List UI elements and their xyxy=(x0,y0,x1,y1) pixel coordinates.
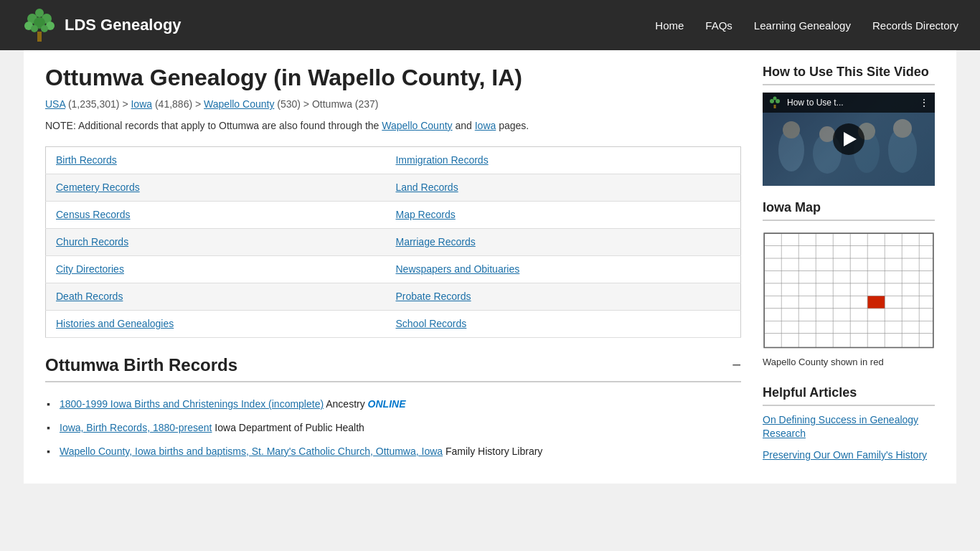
birth-records-list: 1800-1999 Iowa Births and Christenings I… xyxy=(45,392,741,463)
svg-rect-68 xyxy=(850,283,867,296)
svg-rect-24 xyxy=(781,233,798,245)
table-cell: Death Records xyxy=(46,283,386,311)
nav-records-dir[interactable]: Records Directory xyxy=(872,19,958,32)
video-thumbnail[interactable]: How to Use t... ⋮ xyxy=(763,93,935,186)
record-link-newspapers-and-obituaries[interactable]: Newspapers and Obituaries xyxy=(395,263,519,275)
svg-rect-51 xyxy=(902,258,919,270)
svg-rect-92 xyxy=(919,309,933,321)
svg-rect-89 xyxy=(867,309,885,321)
svg-rect-40 xyxy=(885,246,902,258)
record-link-death-records[interactable]: Death Records xyxy=(56,291,123,302)
list-item: 1800-1999 Iowa Births and Christenings I… xyxy=(45,392,741,416)
record-link-immigration-records[interactable]: Immigration Records xyxy=(395,154,488,166)
iowa-map-svg xyxy=(763,232,935,349)
note-wapello-link[interactable]: Wapello County xyxy=(382,120,452,131)
svg-rect-28 xyxy=(850,233,867,245)
table-cell: Birth Records xyxy=(46,147,386,174)
svg-rect-100 xyxy=(885,321,902,333)
article-link-0[interactable]: On Defining Success in Genealogy Researc… xyxy=(763,413,935,441)
iowa-map-section: Iowa Map xyxy=(763,200,935,371)
svg-rect-26 xyxy=(816,233,833,245)
svg-rect-80 xyxy=(885,296,902,308)
table-cell: Church Records xyxy=(46,229,386,256)
breadcrumb-iowa-count: (41,886) xyxy=(155,98,192,110)
page-title: Ottumwa Genealogy (in Wapello County, IA… xyxy=(45,65,741,91)
svg-rect-107 xyxy=(833,334,850,348)
svg-rect-77 xyxy=(833,296,850,308)
birth-record-link-2[interactable]: Wapello County, Iowa births and baptisms… xyxy=(60,446,443,457)
table-cell: Marriage Records xyxy=(385,229,740,256)
video-title-text: How to Use t... xyxy=(787,98,844,108)
svg-rect-42 xyxy=(919,246,933,258)
svg-rect-97 xyxy=(833,321,850,333)
record-link-probate-records[interactable]: Probate Records xyxy=(395,291,471,302)
svg-rect-47 xyxy=(833,258,850,270)
article-link-1[interactable]: Preserving Our Own Family's History xyxy=(763,448,935,463)
breadcrumb: USA (1,235,301) > Iowa (41,886) > Wapell… xyxy=(45,98,741,110)
table-cell: Land Records xyxy=(385,174,740,202)
breadcrumb-ottumwa: Ottumwa (237) xyxy=(312,98,379,110)
table-row: City DirectoriesNewspapers and Obituarie… xyxy=(46,256,741,283)
record-link-church-records[interactable]: Church Records xyxy=(56,236,128,248)
svg-rect-54 xyxy=(781,271,798,283)
svg-rect-60 xyxy=(885,271,902,283)
birth-record-link-1[interactable]: Iowa, Birth Records, 1880-present xyxy=(60,422,212,433)
logo-area[interactable]: LDS Genealogy xyxy=(22,7,182,43)
record-link-census-records[interactable]: Census Records xyxy=(56,209,131,220)
svg-rect-85 xyxy=(798,309,816,321)
svg-rect-96 xyxy=(816,321,833,333)
table-row: Death RecordsProbate Records xyxy=(46,283,741,311)
svg-rect-61 xyxy=(902,271,919,283)
svg-rect-66 xyxy=(816,283,833,296)
helpful-articles-title: Helpful Articles xyxy=(763,385,935,406)
record-link-birth-records[interactable]: Birth Records xyxy=(56,154,117,166)
svg-rect-102 xyxy=(919,321,933,333)
note-iowa-link[interactable]: Iowa xyxy=(475,120,496,131)
svg-rect-50 xyxy=(885,258,902,270)
birth-records-section: Ottumwa Birth Records − 1800-1999 Iowa B… xyxy=(45,355,741,463)
svg-rect-84 xyxy=(781,309,798,321)
svg-rect-74 xyxy=(781,296,798,308)
table-row: Birth RecordsImmigration Records xyxy=(46,147,741,174)
svg-rect-93 xyxy=(764,321,781,333)
main-content: Ottumwa Genealogy (in Wapello County, IA… xyxy=(45,65,741,469)
svg-rect-69 xyxy=(867,283,885,296)
table-row: Church RecordsMarriage Records xyxy=(46,229,741,256)
svg-point-6 xyxy=(31,25,38,32)
table-cell: School Records xyxy=(385,311,740,338)
record-link-map-records[interactable]: Map Records xyxy=(395,209,455,220)
table-row: Histories and GenealogiesSchool Records xyxy=(46,311,741,338)
record-link-land-records[interactable]: Land Records xyxy=(395,182,458,193)
breadcrumb-iowa[interactable]: Iowa xyxy=(131,98,152,110)
nav-faqs[interactable]: FAQs xyxy=(705,19,732,32)
table-cell: City Directories xyxy=(46,256,386,283)
svg-rect-111 xyxy=(902,334,919,348)
birth-records-toggle[interactable]: − xyxy=(732,356,741,375)
list-item: Wapello County, Iowa births and baptisms… xyxy=(45,440,741,463)
record-link-marriage-records[interactable]: Marriage Records xyxy=(395,236,475,248)
main-nav: Home FAQs Learning Genealogy Records Dir… xyxy=(655,19,958,32)
birth-record-link-0[interactable]: 1800-1999 Iowa Births and Christenings I… xyxy=(60,398,324,410)
breadcrumb-usa[interactable]: USA xyxy=(45,98,65,110)
svg-rect-30 xyxy=(885,233,902,245)
records-table: Birth RecordsImmigration RecordsCemetery… xyxy=(45,146,741,338)
record-link-city-directories[interactable]: City Directories xyxy=(56,263,124,275)
svg-rect-109 xyxy=(867,334,885,348)
svg-rect-75 xyxy=(798,296,816,308)
record-link-histories-and-genealogies[interactable]: Histories and Genealogies xyxy=(56,318,174,329)
breadcrumb-wapello[interactable]: Wapello County xyxy=(204,98,274,110)
svg-rect-83 xyxy=(764,309,781,321)
record-link-cemetery-records[interactable]: Cemetery Records xyxy=(56,182,140,193)
svg-point-19 xyxy=(770,99,774,103)
nav-home[interactable]: Home xyxy=(655,19,684,32)
svg-rect-87 xyxy=(833,309,850,321)
record-link-school-records[interactable]: School Records xyxy=(395,318,466,329)
video-inner: How to Use t... ⋮ xyxy=(763,93,935,186)
svg-rect-91 xyxy=(902,309,919,321)
svg-rect-25 xyxy=(798,233,816,245)
svg-rect-62 xyxy=(919,271,933,283)
svg-rect-99 xyxy=(867,321,885,333)
nav-learning[interactable]: Learning Genealogy xyxy=(754,19,851,32)
play-button[interactable] xyxy=(833,123,864,155)
svg-rect-67 xyxy=(833,283,850,296)
